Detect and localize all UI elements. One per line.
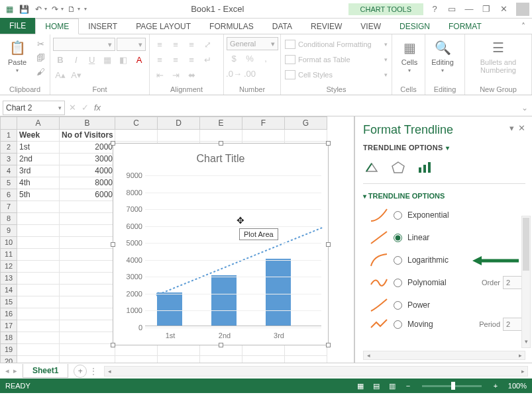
resize-handle[interactable] bbox=[326, 141, 331, 146]
opt-exponential[interactable]: Exponential bbox=[363, 204, 525, 226]
cell[interactable] bbox=[60, 356, 115, 363]
undo-icon[interactable]: ↶ bbox=[32, 3, 45, 16]
preview-icon[interactable]: 🗋 bbox=[65, 3, 78, 16]
fill-color-icon[interactable]: ◧ bbox=[116, 53, 131, 66]
row-header[interactable]: 17 bbox=[0, 320, 17, 332]
format-painter-icon[interactable]: 🖌 bbox=[33, 65, 48, 78]
tab-design[interactable]: DESIGN bbox=[390, 19, 439, 34]
cell[interactable] bbox=[60, 201, 115, 213]
radio-exponential[interactable] bbox=[394, 211, 402, 220]
font-size-select[interactable]: ▾ bbox=[117, 38, 146, 51]
orientation-icon[interactable]: ⤢ bbox=[200, 38, 215, 51]
number-format-select[interactable]: General▾ bbox=[227, 37, 278, 50]
cell[interactable] bbox=[60, 261, 115, 273]
cell[interactable] bbox=[60, 332, 115, 344]
close-icon[interactable]: ✕ bbox=[496, 3, 511, 16]
fx-icon[interactable]: fx bbox=[94, 103, 101, 112]
zoom-out-icon[interactable]: − bbox=[401, 380, 415, 392]
cell[interactable] bbox=[285, 130, 327, 142]
tab-file[interactable]: FILE bbox=[0, 18, 35, 34]
pane-dropdown-icon[interactable]: ▾ bbox=[509, 123, 514, 133]
cell[interactable]: 2nd bbox=[17, 154, 60, 165]
tab-review[interactable]: REVIEW bbox=[301, 19, 351, 34]
embedded-chart[interactable]: Chart Title 1st 2nd 3rd ✥ Plot Area 0100… bbox=[113, 143, 329, 345]
bullets-numbering-button[interactable]: ☰Bullets and Numbering bbox=[468, 37, 529, 75]
chart-title[interactable]: Chart Title bbox=[113, 153, 328, 165]
cell[interactable] bbox=[200, 130, 242, 142]
cell[interactable] bbox=[60, 308, 115, 320]
cell[interactable] bbox=[17, 273, 60, 285]
row-header[interactable]: 4 bbox=[0, 165, 17, 177]
resize-handle[interactable] bbox=[111, 343, 115, 347]
cell[interactable] bbox=[285, 356, 327, 363]
cell[interactable] bbox=[17, 308, 60, 320]
minimize-icon[interactable]: — bbox=[462, 3, 476, 16]
row-header[interactable]: 12 bbox=[0, 261, 17, 273]
cell[interactable] bbox=[158, 356, 200, 363]
bar[interactable] bbox=[157, 292, 182, 326]
col-header[interactable]: B bbox=[60, 116, 115, 130]
trendline-options-tab-icon[interactable] bbox=[416, 159, 433, 175]
row-header[interactable]: 18 bbox=[0, 332, 17, 344]
cell[interactable] bbox=[17, 296, 60, 308]
row-header[interactable]: 20 bbox=[0, 356, 17, 363]
user-avatar[interactable] bbox=[516, 3, 529, 16]
col-header[interactable]: G bbox=[285, 116, 327, 130]
row-header[interactable]: 5 bbox=[0, 177, 17, 189]
worksheet-grid[interactable]: A B C D E F G 1WeekNo of Visitors21st200… bbox=[0, 116, 354, 363]
cut-icon[interactable]: ✂ bbox=[33, 37, 48, 50]
help-icon[interactable]: ? bbox=[427, 3, 442, 16]
tab-format[interactable]: FORMAT bbox=[439, 19, 491, 34]
zoom-slider[interactable] bbox=[422, 385, 482, 387]
cell[interactable] bbox=[115, 356, 158, 363]
cell[interactable]: 8000 bbox=[60, 177, 115, 189]
cell[interactable]: No of Visitors bbox=[60, 130, 115, 142]
align-center-icon[interactable]: ≡ bbox=[168, 53, 183, 66]
cell[interactable] bbox=[200, 356, 242, 363]
col-header[interactable]: A bbox=[17, 116, 60, 130]
cell[interactable] bbox=[17, 356, 60, 363]
align-left-icon[interactable]: ≡ bbox=[152, 53, 167, 66]
sheet-prev-icon[interactable]: ◂ bbox=[5, 367, 9, 375]
dec-decimal-icon[interactable]: .00 bbox=[242, 67, 257, 80]
cell[interactable] bbox=[60, 237, 115, 249]
zoom-level[interactable]: 100% bbox=[508, 382, 527, 390]
formula-input[interactable] bbox=[103, 101, 515, 115]
col-header[interactable]: E bbox=[200, 116, 242, 130]
resize-handle[interactable] bbox=[326, 343, 331, 347]
cell[interactable] bbox=[17, 320, 60, 332]
opt-linear[interactable]: Linear bbox=[363, 226, 525, 249]
pane-options-dropdown[interactable]: TRENDLINE OPTIONS▾ bbox=[363, 144, 525, 152]
cell[interactable] bbox=[60, 273, 115, 285]
cells-button[interactable]: ▦Cells▾ bbox=[395, 37, 424, 75]
tab-insert[interactable]: INSERT bbox=[79, 19, 127, 34]
resize-handle[interactable] bbox=[219, 141, 223, 146]
name-box[interactable]: Chart 2▾ bbox=[3, 101, 65, 115]
align-bot-icon[interactable]: ≡ bbox=[184, 38, 199, 51]
effects-tab-icon[interactable] bbox=[390, 159, 407, 175]
page-break-view-icon[interactable]: ▥ bbox=[385, 380, 399, 392]
cell[interactable] bbox=[60, 296, 115, 308]
sheet-next-icon[interactable]: ▸ bbox=[13, 367, 17, 375]
row-header[interactable]: 11 bbox=[0, 249, 17, 261]
align-mid-icon[interactable]: ≡ bbox=[168, 38, 183, 51]
border-icon[interactable]: ▦ bbox=[100, 53, 115, 66]
radio-moving[interactable] bbox=[394, 320, 402, 329]
accept-entry-icon[interactable]: ✓ bbox=[81, 103, 89, 112]
copy-icon[interactable]: 🗐 bbox=[33, 51, 48, 64]
bar[interactable] bbox=[266, 259, 291, 326]
cell[interactable]: Week bbox=[17, 130, 60, 142]
cell[interactable]: 2000 bbox=[60, 142, 115, 154]
tab-formulas[interactable]: FORMULAS bbox=[200, 19, 263, 34]
row-header[interactable]: 7 bbox=[0, 201, 17, 213]
row-header[interactable]: 10 bbox=[0, 237, 17, 249]
cell[interactable] bbox=[115, 344, 158, 356]
sheet-tab[interactable]: Sheet1 bbox=[23, 364, 68, 378]
row-header[interactable]: 2 bbox=[0, 142, 17, 154]
cell[interactable] bbox=[60, 249, 115, 261]
cell[interactable] bbox=[17, 201, 60, 213]
cell[interactable] bbox=[60, 225, 115, 237]
decrease-font-icon[interactable]: A▾ bbox=[69, 68, 83, 81]
row-header[interactable]: 14 bbox=[0, 285, 17, 296]
cell[interactable] bbox=[60, 320, 115, 332]
